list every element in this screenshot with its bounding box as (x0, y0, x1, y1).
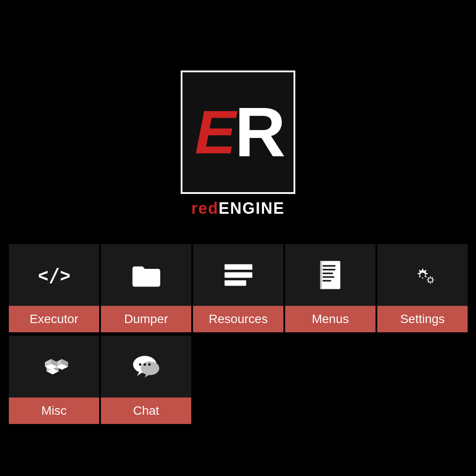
gear-icon (405, 257, 440, 293)
svg-rect-9 (322, 280, 331, 282)
logo-section: E R redENGINE (181, 71, 295, 218)
book-icon (315, 260, 346, 290)
chat-icon-area (101, 336, 191, 398)
resources-button[interactable]: Resources (193, 244, 283, 332)
settings-icon-area (377, 244, 468, 306)
brand-red: red (191, 199, 219, 217)
settings-button[interactable]: Settings (377, 244, 468, 332)
executor-icon-area: </> (9, 244, 99, 306)
misc-icon-area (9, 336, 99, 398)
svg-rect-2 (224, 272, 252, 278)
svg-point-13 (428, 278, 432, 282)
resources-icon-area (193, 244, 283, 306)
dumper-icon-area (101, 244, 191, 306)
svg-point-28 (143, 363, 146, 366)
logo-e-letter: E (195, 101, 236, 163)
chat-label: Chat (101, 398, 191, 424)
misc-label: Misc (9, 398, 99, 424)
menus-label: Menus (285, 306, 376, 332)
svg-rect-10 (320, 261, 322, 289)
settings-label: Settings (377, 306, 468, 332)
chat-button[interactable]: Chat (101, 336, 191, 424)
svg-rect-7 (322, 272, 333, 274)
logo-brand-text: redENGINE (191, 199, 285, 218)
svg-rect-6 (322, 269, 335, 271)
logo-r-letter: R (234, 97, 286, 167)
grid-row1: </> Executor Dumper Resources (9, 244, 468, 334)
executor-button[interactable]: </> Executor (9, 244, 99, 332)
svg-rect-3 (224, 280, 246, 286)
svg-rect-8 (322, 276, 334, 278)
chat-icon (131, 351, 162, 382)
list-icon (223, 260, 254, 290)
svg-rect-1 (224, 264, 252, 270)
svg-rect-5 (322, 265, 335, 267)
svg-rect-4 (320, 261, 340, 289)
grid-row2: Misc Chat (9, 336, 191, 424)
misc-button[interactable]: Misc (9, 336, 99, 424)
svg-point-27 (139, 363, 141, 366)
svg-point-12 (420, 272, 425, 277)
menus-icon-area (285, 244, 376, 306)
logo-box: E R (181, 71, 295, 194)
blocks-icon (39, 351, 70, 382)
folder-icon (131, 260, 162, 290)
svg-point-29 (148, 363, 151, 366)
brand-white: ENGINE (219, 199, 285, 217)
svg-text:</>: </> (39, 264, 70, 286)
executor-label: Executor (9, 306, 99, 332)
svg-marker-26 (144, 374, 151, 377)
resources-label: Resources (193, 306, 283, 332)
logo-letters: E R (182, 72, 294, 192)
code-icon: </> (39, 260, 70, 290)
dumper-label: Dumper (101, 306, 191, 332)
menus-button[interactable]: Menus (285, 244, 376, 332)
dumper-button[interactable]: Dumper (101, 244, 191, 332)
